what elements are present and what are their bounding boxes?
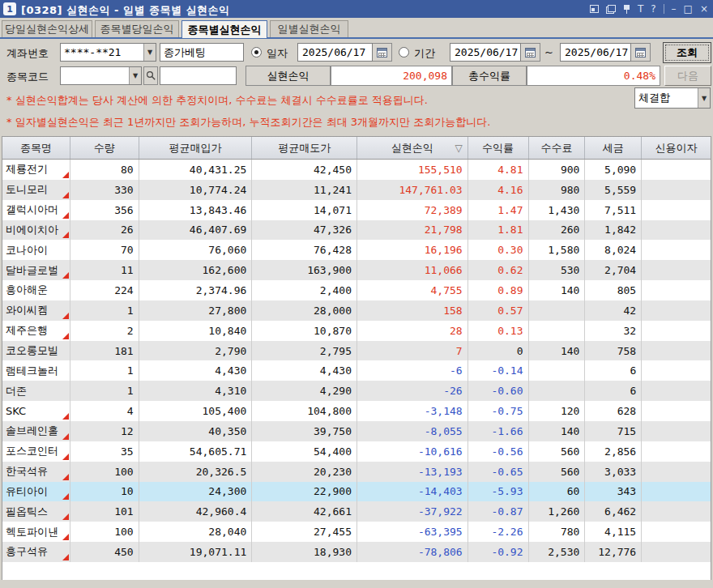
query-button[interactable]: 조회	[663, 42, 711, 63]
table-cell: 10,840	[139, 321, 253, 341]
table-row[interactable]: 비에이치아2646,407.6947,32621,7981.812601,842	[2, 220, 711, 241]
date-radio[interactable]	[251, 47, 262, 58]
help-icon[interactable]: ?	[651, 0, 655, 18]
table-cell: -5.93	[468, 482, 529, 502]
period-start-input[interactable]: 2025/06/17	[450, 43, 540, 62]
tab-daily-realized[interactable]: 일별실현손익	[270, 20, 348, 37]
execution-sum-combo[interactable]: 체결합 ▼	[634, 87, 711, 109]
table-cell: 18,930	[252, 542, 357, 562]
stock-name-cell: 달바글로벌	[2, 260, 70, 280]
table-cell: 20,230	[252, 462, 357, 482]
header-avg-sell[interactable]: 평균매도가	[252, 137, 357, 159]
sort-descending-icon[interactable]: ▽	[455, 143, 462, 154]
table-cell: 26	[70, 220, 139, 241]
tab-by-stock-daily[interactable]: 종목별당일손익	[95, 20, 179, 37]
table-row[interactable]: 솔브레인홀1240,35039,750-8,055-1.66140715	[2, 421, 711, 441]
calendar-button[interactable]	[631, 43, 651, 62]
duplicate-window-icon[interactable]	[606, 5, 616, 14]
next-button[interactable]: 다음	[664, 66, 711, 86]
chevron-down-icon[interactable]: ▼	[129, 67, 141, 84]
table-cell: 980	[529, 180, 586, 200]
table-cell: 40,350	[139, 421, 253, 441]
header-realized-pnl[interactable]: 실현손익 ▽	[357, 137, 468, 159]
table-row[interactable]: 달바글로벌11162,600163,90011,0660.625302,704	[2, 260, 711, 280]
period-end-input[interactable]: 2025/06/17	[560, 43, 651, 62]
stock-code-combo[interactable]: ▼	[60, 66, 142, 85]
account-combo[interactable]: ****-**21 ▼	[60, 43, 156, 62]
table-cell: 140	[529, 341, 586, 361]
chevron-down-icon[interactable]: ▼	[698, 88, 710, 108]
table-cell: 16,196	[357, 240, 468, 260]
table-row[interactable]: 코오롱모빌1812,7902,79570140758	[2, 341, 711, 361]
table-row[interactable]: 필옵틱스10142,960.442,661-37,922-0.871,2606,…	[2, 501, 711, 522]
account-name-value: 종가베팅	[164, 45, 206, 60]
dock-window-icon[interactable]	[590, 5, 599, 13]
header-stock-name[interactable]: 종목명	[2, 137, 70, 159]
date-radio-label: 일자	[267, 46, 288, 61]
table-empty-area	[2, 562, 711, 580]
table-cell: 1,260	[529, 501, 586, 522]
maximize-button[interactable]: □	[684, 0, 693, 18]
tab-daily-realized-detail[interactable]: 당일실현손익상세	[2, 20, 92, 37]
date-input[interactable]: 2025/06/17	[297, 43, 392, 62]
table-cell: 1,430	[529, 200, 586, 220]
minimize-button[interactable]: –	[672, 0, 677, 18]
table-row[interactable]: 갤럭시아머35613,843.4614,07172,3891.471,4307,…	[2, 200, 711, 220]
date-range-tilde: ~	[544, 46, 553, 58]
table-row[interactable]: 와이씨켐127,80028,0001580.5742	[2, 300, 711, 321]
table-cell	[642, 200, 711, 220]
table-cell: 35	[70, 441, 139, 462]
table-cell: 780	[529, 522, 586, 542]
header-quantity[interactable]: 수량	[70, 137, 139, 159]
calendar-button[interactable]	[373, 43, 392, 62]
table-row[interactable]: 코나아이7076,06076,42816,1960.301,5808,024	[2, 240, 711, 260]
table-cell: 24,300	[139, 482, 253, 502]
table-row[interactable]: 제룡전기8040,431.2542,450155,5104.819005,090	[2, 160, 711, 180]
table-row[interactable]: 토니모리33010,774.2411,241147,761.034.169805…	[2, 180, 711, 200]
table-cell: -0.60	[468, 381, 529, 401]
table-cell: 100	[70, 522, 139, 542]
red-corner-marker-icon	[62, 333, 69, 339]
table-cell: 0	[468, 341, 529, 361]
table-row[interactable]: 포스코인터3554,605.7154,400-10,616-0.565602,8…	[2, 441, 711, 462]
table-cell	[642, 300, 711, 321]
calendar-button[interactable]	[521, 43, 540, 62]
table-row[interactable]: 유티아이1024,30022,900-14,403-5.9360343	[2, 482, 711, 502]
table-row[interactable]: 더존14,3104,290-26-0.606	[2, 381, 711, 401]
table-row[interactable]: 흥아해운2242,374.962,4004,7550.89140805	[2, 280, 711, 300]
red-corner-marker-icon	[62, 513, 69, 520]
text-tool-icon[interactable]: T	[638, 0, 643, 18]
window-number-badge: 1	[3, 2, 16, 15]
table-cell: 11,241	[252, 180, 357, 200]
header-return-rate[interactable]: 수익률	[468, 137, 529, 159]
header-fee[interactable]: 수수료	[529, 137, 586, 159]
pin-icon[interactable]	[623, 4, 630, 15]
stock-name-field[interactable]	[160, 66, 237, 85]
account-name-field[interactable]: 종가베팅	[160, 43, 244, 62]
table-row[interactable]: 제주은행210,84010,870280.1332	[2, 321, 711, 341]
table-row[interactable]: 한국석유10020,326.520,230-13,193-0.655603,03…	[2, 462, 711, 482]
table-row[interactable]: 헥토파이낸10028,04027,455-63,395-2.267804,115	[2, 522, 711, 542]
calendar-icon	[635, 48, 646, 58]
table-row[interactable]: SKC4105,400104,800-3,148-0.75120628	[2, 401, 711, 421]
table-cell: 4,310	[139, 381, 253, 401]
stock-search-button[interactable]	[143, 66, 158, 85]
close-button[interactable]: ×	[700, 0, 708, 18]
chevron-down-icon[interactable]: ▼	[143, 44, 156, 61]
header-tax[interactable]: 세금	[585, 137, 642, 159]
table-cell: 105,400	[139, 401, 253, 421]
table-cell: 1,580	[529, 240, 586, 260]
header-avg-buy[interactable]: 평균매입가	[139, 137, 253, 159]
header-credit-interest[interactable]: 신용이자	[642, 137, 711, 159]
table-cell: 181	[70, 341, 139, 361]
table-cell	[642, 401, 711, 421]
tab-by-stock-realized[interactable]: 종목별실현손익	[181, 20, 267, 38]
table-row[interactable]: 램테크놀러14,4304,430-6-0.146	[2, 360, 711, 381]
table-row[interactable]: 흥구석유45019,071.1118,930-78,806-0.922,5301…	[2, 542, 711, 562]
table-cell: 2,795	[252, 341, 357, 361]
table-cell: 8,024	[585, 240, 642, 260]
period-radio[interactable]	[399, 47, 409, 58]
table-cell: 10,774.24	[139, 180, 253, 200]
table-cell: 900	[529, 160, 586, 180]
app-window: 1 [0328] 실현손익 - 일별 종목별 실현손익 T ? – □ × 당일…	[0, 0, 713, 588]
